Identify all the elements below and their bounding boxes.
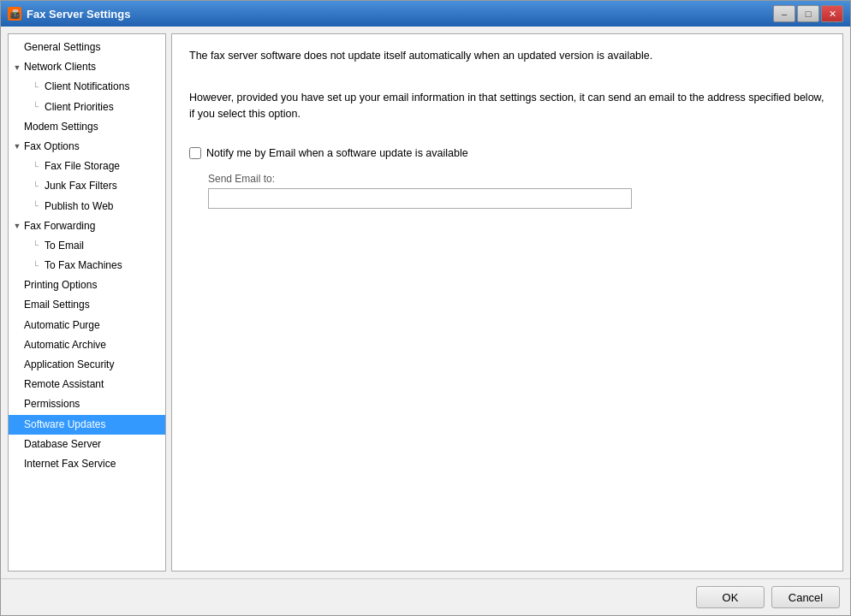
sidebar-item-network-clients[interactable]: ▼ Network Clients: [9, 57, 165, 77]
sidebar-item-general-settings[interactable]: General Settings: [9, 38, 165, 57]
connector: └: [33, 160, 43, 174]
sidebar-item-to-email[interactable]: └ To Email: [9, 236, 165, 256]
expand-icon: ▼: [12, 221, 22, 231]
connector: └: [33, 239, 43, 252]
notify-email-label: Notify me by Email when a software updat…: [206, 147, 468, 159]
fax-server-settings-window: 📠 Fax Server Settings – □ ✕ General Sett…: [0, 0, 851, 616]
sidebar-item-application-security[interactable]: Application Security: [9, 355, 165, 375]
fax-icon: 📠: [8, 7, 21, 21]
sidebar-item-fax-options[interactable]: ▼ Fax Options: [9, 137, 165, 157]
description-text-1: The fax server software does not update …: [189, 48, 825, 64]
sidebar-item-software-updates[interactable]: Software Updates: [9, 415, 165, 435]
sidebar-item-client-priorities[interactable]: └ Client Priorities: [9, 98, 165, 117]
connector: └: [33, 259, 43, 273]
sidebar-item-to-fax-machines[interactable]: └ To Fax Machines: [9, 256, 165, 275]
connector: └: [33, 199, 43, 213]
sidebar-item-internet-fax-service[interactable]: Internet Fax Service: [9, 454, 165, 474]
title-bar-left: 📠 Fax Server Settings: [8, 7, 130, 21]
title-bar: 📠 Fax Server Settings – □ ✕: [1, 1, 850, 27]
sidebar-item-fax-forwarding[interactable]: ▼ Fax Forwarding: [9, 216, 165, 236]
sidebar-item-fax-file-storage[interactable]: └ Fax File Storage: [9, 157, 165, 176]
sidebar-item-automatic-purge[interactable]: Automatic Purge: [9, 316, 165, 335]
title-buttons: – □ ✕: [773, 5, 843, 22]
expand-icon: ▼: [12, 142, 22, 152]
close-button[interactable]: ✕: [821, 5, 843, 22]
sidebar-item-printing-options[interactable]: Printing Options: [9, 275, 165, 295]
main-panel: The fax server software does not update …: [171, 33, 843, 572]
content-area: General Settings ▼ Network Clients └ Cli…: [1, 27, 850, 578]
notify-email-checkbox[interactable]: [189, 147, 201, 159]
connector: └: [33, 100, 43, 114]
email-field-group: Send Email to:: [208, 173, 825, 209]
sidebar-item-junk-fax-filters[interactable]: └ Junk Fax Filters: [9, 176, 165, 196]
notify-checkbox-row: Notify me by Email when a software updat…: [189, 147, 825, 159]
expand-icon: ▼: [12, 62, 22, 73]
sidebar-item-permissions[interactable]: Permissions: [9, 394, 165, 414]
connector: └: [33, 80, 43, 94]
sidebar: General Settings ▼ Network Clients └ Cli…: [8, 33, 166, 572]
cancel-button[interactable]: Cancel: [771, 586, 840, 608]
sidebar-item-modem-settings[interactable]: Modem Settings: [9, 117, 165, 137]
email-input[interactable]: [208, 188, 632, 209]
minimize-button[interactable]: –: [773, 5, 795, 22]
bottom-bar: OK Cancel: [1, 578, 850, 615]
sidebar-item-database-server[interactable]: Database Server: [9, 435, 165, 454]
sidebar-item-automatic-archive[interactable]: Automatic Archive: [9, 335, 165, 355]
maximize-button[interactable]: □: [797, 5, 819, 22]
ok-button[interactable]: OK: [696, 586, 765, 608]
sidebar-item-publish-to-web[interactable]: └ Publish to Web: [9, 197, 165, 216]
sidebar-item-email-settings[interactable]: Email Settings: [9, 295, 165, 315]
connector: └: [33, 180, 43, 193]
sidebar-item-remote-assistant[interactable]: Remote Assistant: [9, 375, 165, 394]
window-title: Fax Server Settings: [27, 8, 130, 21]
email-field-label: Send Email to:: [208, 173, 825, 185]
description-text-2: However, provided you have set up your e…: [189, 90, 825, 122]
sidebar-item-client-notifications[interactable]: └ Client Notifications: [9, 77, 165, 97]
